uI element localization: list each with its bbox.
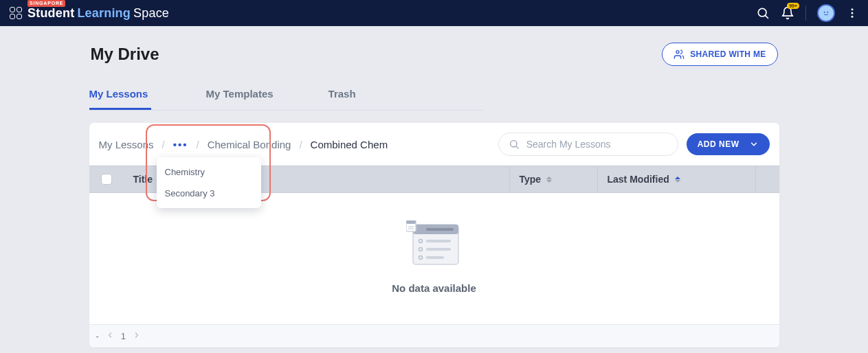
svg-point-2 bbox=[824, 12, 825, 13]
more-vertical-icon[interactable] bbox=[846, 7, 858, 19]
search-input-wrapper[interactable] bbox=[498, 133, 678, 156]
shared-with-me-label: SHARED WITH ME bbox=[690, 49, 766, 59]
search-icon bbox=[509, 139, 520, 150]
tab-my-lessons[interactable]: My Lessons bbox=[89, 81, 151, 110]
search-input[interactable] bbox=[526, 139, 668, 150]
th-last-modified-label: Last Modified bbox=[608, 174, 669, 185]
breadcrumb-separator: / bbox=[299, 139, 302, 150]
brand-word-3: Space bbox=[133, 6, 169, 21]
breadcrumb-separator: / bbox=[196, 139, 199, 150]
tab-trash[interactable]: Trash bbox=[329, 81, 356, 110]
top-right-actions: 99+ bbox=[756, 4, 858, 22]
sort-icon bbox=[675, 176, 680, 183]
brand-tag: SINGAPORE bbox=[27, 0, 65, 7]
breadcrumb-separator: / bbox=[162, 139, 165, 150]
breadcrumb-ellipsis[interactable]: ••• bbox=[173, 139, 188, 150]
sort-icon bbox=[546, 176, 552, 183]
th-type-label: Type bbox=[520, 174, 542, 185]
th-actions bbox=[756, 166, 779, 192]
pagination: - 1 bbox=[89, 324, 779, 348]
breadcrumb: My Lessons / ••• / Chemical Bonding / Co… bbox=[99, 139, 388, 150]
th-select-all bbox=[89, 166, 124, 192]
empty-message: No data available bbox=[89, 282, 779, 294]
svg-point-7 bbox=[676, 51, 679, 54]
top-bar: SINGAPORE Student Learning Space 99+ bbox=[0, 0, 868, 26]
add-new-button[interactable]: ADD NEW bbox=[687, 133, 770, 155]
bell-icon[interactable]: 99+ bbox=[781, 6, 794, 20]
svg-rect-20 bbox=[406, 220, 416, 224]
svg-point-4 bbox=[852, 8, 854, 10]
tabs: My Lessons My Templates Trash bbox=[89, 81, 483, 111]
svg-point-6 bbox=[852, 16, 854, 18]
svg-line-9 bbox=[516, 146, 518, 148]
th-title-label: Title bbox=[133, 174, 153, 185]
divider bbox=[805, 5, 806, 21]
svg-line-1 bbox=[766, 16, 768, 19]
shared-with-me-button[interactable]: SHARED WITH ME bbox=[662, 43, 777, 66]
chevron-down-icon bbox=[749, 139, 759, 149]
svg-rect-18 bbox=[426, 256, 444, 259]
current-page: 1 bbox=[121, 331, 126, 341]
empty-icon bbox=[406, 220, 463, 270]
empty-state: No data available bbox=[89, 193, 779, 324]
avatar[interactable] bbox=[817, 4, 835, 22]
th-last-modified[interactable]: Last Modified bbox=[598, 166, 756, 192]
card: My Lessons / ••• / Chemical Bonding / Co… bbox=[89, 123, 779, 348]
notification-badge: 99+ bbox=[787, 3, 799, 9]
svg-point-8 bbox=[510, 141, 516, 147]
svg-rect-14 bbox=[426, 240, 451, 242]
app-grid-icon[interactable] bbox=[10, 7, 22, 19]
brand: SINGAPORE Student Learning Space bbox=[10, 6, 169, 21]
header-row: My Drive SHARED WITH ME bbox=[89, 43, 779, 66]
breadcrumb-current: Combined Chem bbox=[311, 139, 388, 150]
tab-label: My Lessons bbox=[89, 88, 148, 100]
tab-label: My Templates bbox=[206, 88, 274, 100]
toolbar-right: ADD NEW bbox=[498, 133, 770, 156]
add-new-label: ADD NEW bbox=[698, 139, 739, 149]
share-users-icon bbox=[674, 49, 685, 60]
search-icon[interactable] bbox=[756, 6, 770, 20]
tab-my-templates[interactable]: My Templates bbox=[206, 81, 274, 110]
page-title: My Drive bbox=[91, 45, 159, 64]
page-range: - bbox=[96, 331, 99, 341]
tab-label: Trash bbox=[329, 88, 356, 100]
brand-word-1: Student bbox=[27, 6, 74, 21]
svg-point-0 bbox=[758, 8, 766, 16]
brand-word-2: Learning bbox=[77, 6, 131, 21]
dropdown-item-chemistry[interactable]: Chemistry bbox=[157, 161, 261, 183]
breadcrumb-mid[interactable]: Chemical Bonding bbox=[208, 139, 291, 150]
svg-point-3 bbox=[827, 12, 828, 13]
next-page-button[interactable] bbox=[133, 331, 141, 341]
prev-page-button[interactable] bbox=[106, 331, 114, 341]
main-content: My Drive SHARED WITH ME My Lessons My Te… bbox=[89, 43, 779, 348]
breadcrumb-root[interactable]: My Lessons bbox=[99, 139, 154, 150]
dropdown-item-secondary-3[interactable]: Secondary 3 bbox=[157, 183, 261, 204]
breadcrumb-dropdown: Chemistry Secondary 3 bbox=[157, 157, 261, 208]
th-type[interactable]: Type bbox=[510, 166, 598, 192]
svg-rect-12 bbox=[426, 228, 454, 231]
brand-text: SINGAPORE Student Learning Space bbox=[27, 6, 169, 21]
svg-rect-16 bbox=[426, 248, 451, 251]
svg-point-5 bbox=[852, 12, 854, 14]
select-all-checkbox[interactable] bbox=[101, 174, 112, 185]
